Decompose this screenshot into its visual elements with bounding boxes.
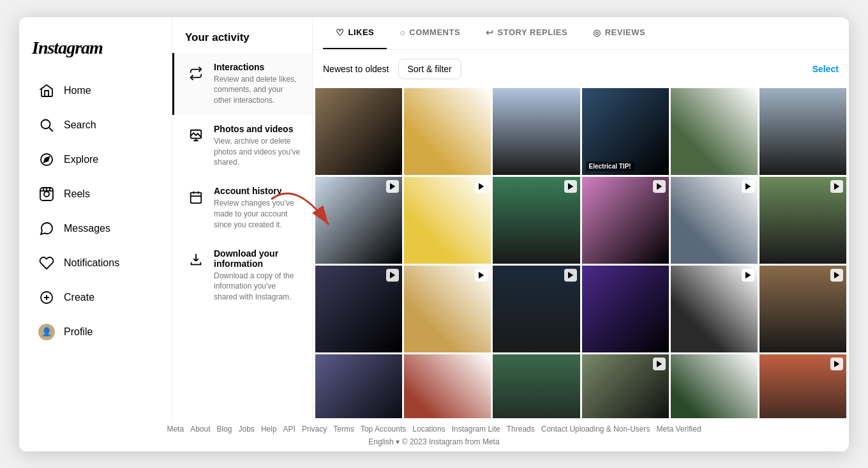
copyright: © 2023 Instagram from Meta	[402, 437, 500, 446]
activity-item-title-download: Download your information	[214, 248, 301, 269]
svg-marker-35	[657, 361, 661, 367]
svg-marker-30	[391, 272, 395, 278]
footer-link[interactable]: Contact Uploading & Non-Users	[541, 425, 650, 434]
tab-story-replies[interactable]: ↩ STORY REPLIES	[473, 17, 580, 49]
tab-comments-label: COMMENTS	[409, 27, 460, 37]
sidebar-item-label-home: Home	[64, 85, 91, 96]
grid-cell[interactable]: Electrical TIP!	[582, 88, 669, 175]
footer-link[interactable]: Meta Verified	[657, 425, 701, 434]
footer-link[interactable]: Terms	[333, 425, 354, 434]
sidebar-item-home[interactable]: Home	[26, 75, 165, 107]
sidebar-item-create[interactable]: Create	[26, 282, 165, 313]
toolbar: Newest to oldest Sort & filter Select	[313, 50, 849, 88]
sidebar-item-explore[interactable]: Explore	[26, 144, 165, 176]
tab-comments[interactable]: ○ COMMENTS	[387, 17, 473, 49]
grid-cell[interactable]	[760, 88, 846, 175]
interactions-icon	[186, 63, 206, 84]
sidebar-item-messages[interactable]: Messages	[26, 213, 165, 245]
svg-marker-28	[745, 183, 750, 189]
select-button[interactable]: Select	[812, 64, 839, 74]
grid-cell[interactable]	[315, 88, 402, 175]
video-indicator-icon	[653, 180, 666, 193]
footer-link[interactable]: Top Accounts	[361, 425, 406, 434]
grid-cell[interactable]	[493, 177, 580, 264]
footer-link[interactable]: Instagram Lite	[452, 425, 500, 434]
sidebar-item-label-notifications: Notifications	[64, 257, 119, 269]
footer-link[interactable]: About	[190, 425, 210, 434]
chevron-down-icon: ▾	[396, 437, 400, 446]
sidebar-item-label-create: Create	[64, 292, 94, 303]
grid-cell[interactable]	[315, 177, 402, 264]
footer-link[interactable]: Jobs	[239, 425, 255, 434]
grid-cell-image	[493, 88, 580, 175]
svg-marker-3	[44, 156, 49, 162]
grid-cell[interactable]	[404, 266, 491, 352]
sidebar-item-search[interactable]: Search	[26, 109, 165, 141]
footer-link[interactable]: Locations	[412, 425, 445, 434]
tab-likes-label: LIKES	[348, 27, 375, 37]
grid-cell[interactable]	[760, 177, 846, 264]
footer-link[interactable]: API	[283, 425, 296, 434]
video-indicator-icon	[564, 269, 577, 282]
video-indicator-icon	[742, 269, 754, 282]
account-history-icon	[186, 187, 206, 208]
notifications-icon	[38, 255, 55, 271]
activity-item-download[interactable]: Download your information Download a cop…	[172, 239, 312, 312]
activity-item-interactions[interactable]: Interactions Review and delete likes, co…	[172, 53, 312, 115]
sidebar-item-profile[interactable]: 👤 Profile	[26, 316, 165, 348]
grid-cell[interactable]	[315, 266, 402, 352]
tab-reviews[interactable]: ◎ REVIEWS	[580, 17, 658, 49]
grid-cell[interactable]	[493, 266, 580, 352]
activity-panel: Your activity Interactions Review and de…	[172, 17, 313, 451]
language-selector[interactable]: English ▾	[368, 437, 399, 446]
footer-link[interactable]: Help	[261, 425, 277, 434]
grid-cell-image	[671, 88, 758, 175]
tab-likes[interactable]: ♡ LIKES	[323, 17, 387, 49]
grid-cell[interactable]	[493, 88, 580, 175]
home-icon	[38, 82, 55, 99]
grid-cell[interactable]	[404, 177, 491, 264]
svg-line-1	[49, 128, 53, 132]
svg-marker-27	[657, 183, 661, 189]
activity-item-photos-videos[interactable]: Photos and videos View, archive or delet…	[172, 115, 312, 177]
sidebar-item-label-reels: Reels	[64, 188, 90, 200]
activity-item-title-account: Account history	[214, 186, 301, 196]
photos-videos-icon	[186, 125, 206, 146]
video-indicator-icon	[386, 269, 399, 282]
grid-cell[interactable]	[582, 266, 669, 352]
photo-grid: Electrical TIP!	[313, 88, 849, 451]
grid-cell[interactable]	[671, 266, 758, 352]
sidebar-item-label-search: Search	[64, 119, 96, 131]
activity-header: Your activity	[172, 17, 312, 53]
video-indicator-icon	[653, 358, 666, 370]
activity-item-desc-download: Download a copy of the information you'v…	[214, 271, 301, 303]
grid-cell[interactable]	[582, 177, 669, 264]
svg-marker-25	[479, 183, 484, 189]
sidebar-item-reels[interactable]: Reels	[26, 178, 165, 210]
tab-reviews-label: REVIEWS	[605, 27, 645, 37]
sort-filter-button[interactable]: Sort & filter	[398, 59, 461, 79]
video-indicator-icon	[830, 358, 843, 370]
svg-marker-31	[479, 272, 484, 278]
grid-cell-image	[404, 88, 491, 175]
download-icon	[186, 250, 206, 270]
footer-language: English ▾ © 2023 Instagram from Meta	[19, 437, 849, 446]
footer-link[interactable]: Meta	[167, 425, 184, 434]
video-indicator-icon	[830, 180, 843, 193]
video-indicator-icon	[475, 180, 488, 193]
sidebar-item-notifications[interactable]: Notifications	[26, 247, 165, 279]
grid-cell[interactable]	[671, 177, 758, 264]
grid-cell[interactable]	[404, 88, 491, 175]
activity-item-desc-account: Review changes you've made to your accou…	[214, 198, 301, 230]
sidebar-item-label-profile: Profile	[64, 326, 93, 338]
footer-link[interactable]: Privacy	[302, 425, 327, 434]
grid-cell[interactable]	[671, 88, 758, 175]
footer-link[interactable]: Blog	[216, 425, 232, 434]
likes-tab-icon: ♡	[336, 27, 345, 38]
grid-cell-image	[760, 88, 846, 175]
grid-cell-image	[582, 266, 669, 352]
grid-cell[interactable]	[760, 266, 846, 352]
footer-link[interactable]: Threads	[507, 425, 535, 434]
activity-item-account-history[interactable]: Account history Review changes you've ma…	[172, 177, 312, 239]
svg-marker-29	[835, 183, 839, 189]
